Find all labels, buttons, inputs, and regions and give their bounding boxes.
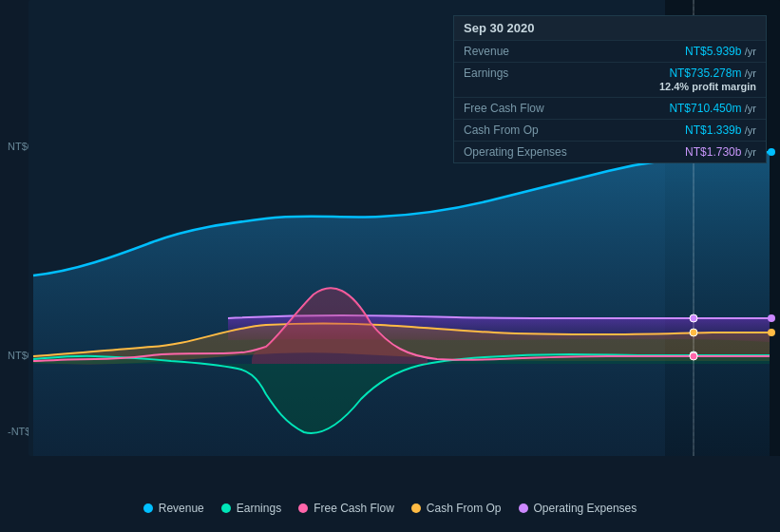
svg-point-5 <box>768 329 775 336</box>
legend-cashfromop-label: Cash From Op <box>427 502 502 515</box>
svg-point-8 <box>690 314 697 322</box>
legend-cashfromop-dot <box>411 504 421 513</box>
tooltip-fcf-row: Free Cash Flow NT$710.450m /yr <box>454 97 766 119</box>
tooltip-earnings-value: NT$735.278m /yr 12.4% profit margin <box>659 66 756 93</box>
legend-revenue[interactable]: Revenue <box>143 502 204 515</box>
legend-earnings[interactable]: Earnings <box>221 502 281 515</box>
legend-cashfromop[interactable]: Cash From Op <box>411 502 502 515</box>
legend-opex[interactable]: Operating Expenses <box>519 502 637 515</box>
legend-earnings-label: Earnings <box>237 502 281 515</box>
svg-point-9 <box>690 329 697 336</box>
legend-opex-label: Operating Expenses <box>534 502 637 515</box>
legend-revenue-label: Revenue <box>159 502 204 515</box>
tooltip-fcf-label: Free Cash Flow <box>464 102 544 115</box>
tooltip-card: Sep 30 2020 Revenue NT$5.939b /yr Earnin… <box>453 15 767 163</box>
svg-point-4 <box>768 314 775 322</box>
legend-revenue-dot <box>143 504 153 513</box>
legend-fcf-label: Free Cash Flow <box>314 502 394 515</box>
tooltip-cashfromop-label: Cash From Op <box>464 124 539 137</box>
tooltip-cashfromop-value: NT$1.339b /yr <box>685 124 756 137</box>
tooltip-earnings-row: Earnings NT$735.278m /yr 12.4% profit ma… <box>454 62 766 97</box>
svg-point-11 <box>690 352 697 360</box>
tooltip-opex-row: Operating Expenses NT$1.730b /yr <box>454 141 766 162</box>
tooltip-revenue-value: NT$5.939b /yr <box>685 45 756 58</box>
tooltip-opex-label: Operating Expenses <box>464 145 567 159</box>
tooltip-date: Sep 30 2020 <box>454 16 766 40</box>
legend-fcf-dot <box>298 504 308 513</box>
legend-fcf[interactable]: Free Cash Flow <box>298 502 394 515</box>
tooltip-revenue-label: Revenue <box>464 45 509 58</box>
tooltip-earnings-label: Earnings <box>464 66 508 80</box>
legend-opex-dot <box>519 504 528 513</box>
tooltip-opex-value: NT$1.730b /yr <box>685 145 756 159</box>
svg-point-3 <box>768 148 775 156</box>
tooltip-cashfromop-row: Cash From Op NT$1.339b /yr <box>454 119 766 141</box>
tooltip-revenue-row: Revenue NT$5.939b /yr <box>454 40 766 62</box>
legend: Revenue Earnings Free Cash Flow Cash Fro… <box>0 502 780 515</box>
legend-earnings-dot <box>221 504 231 513</box>
tooltip-fcf-value: NT$710.450m /yr <box>669 102 756 115</box>
